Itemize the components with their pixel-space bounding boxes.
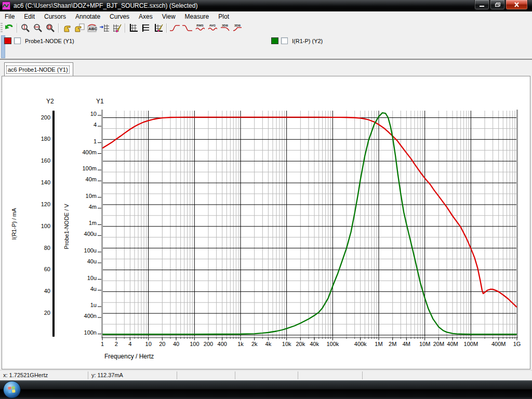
y1-tick-label: 4m [73, 204, 97, 210]
curve-color-swatch-red [4, 37, 11, 44]
annotate-text-icon[interactable]: ABC [86, 22, 98, 34]
y2-axis-header: Y2 [46, 98, 54, 105]
separator-line [0, 59, 532, 60]
y2-tick-label: 80 [26, 245, 50, 251]
y1-tick-label: 10 [73, 111, 97, 117]
toolbar-separator [125, 23, 126, 33]
cursor-y-readout: y: 112.37mA [91, 372, 123, 378]
curve-checkbox-ir1p[interactable] [281, 37, 288, 44]
menu-view[interactable]: View [157, 12, 180, 21]
rise-time-icon[interactable] [169, 22, 181, 34]
edit-annotation-icon[interactable] [111, 22, 123, 34]
x-tick-label: 1G [501, 341, 532, 347]
menu-file[interactable]: File [0, 12, 19, 21]
stack-grids-icon[interactable] [140, 22, 152, 34]
y2-tick-label: 100 [26, 223, 50, 229]
zoom-vertical-icon[interactable] [19, 22, 32, 34]
close-button[interactable] [506, 0, 528, 10]
rms-icon[interactable]: RMS [194, 22, 206, 34]
minimize-button[interactable] [474, 0, 489, 10]
axis-labels-layer: 1241020401002004001k2k4k10k20k40k100k400… [2, 76, 530, 369]
toolbar: ABCRMSAVG3DB3DB [0, 21, 532, 35]
y2-tick-label: 200 [26, 114, 50, 121]
y1-axis-header: Y1 [96, 98, 104, 105]
plot-panel[interactable]: 1241020401002004001k2k4k10k20k40k100k400… [2, 76, 530, 369]
curve-color-swatch-green [271, 37, 278, 44]
menu-cursors[interactable]: Cursors [39, 12, 71, 21]
menu-curves[interactable]: Curves [105, 12, 134, 21]
y1-tick-label: 400m [73, 149, 97, 155]
y1-tick-label: 400n [73, 313, 97, 319]
svg-text:ABC: ABC [88, 26, 97, 31]
y2-tick-label: 20 [26, 310, 50, 316]
zoom-horizontal-icon[interactable] [32, 22, 44, 34]
add-axis-icon[interactable] [98, 22, 111, 34]
3db-high-icon[interactable]: 3DB [231, 22, 244, 34]
y1-tick-label: 4u [73, 286, 97, 292]
toolbar-separator [17, 23, 18, 33]
undo-icon[interactable] [3, 22, 15, 34]
window-controls [474, 0, 528, 10]
title-bar[interactable]: ac6 (C:\Users\Shaan\DOZ+MPF_BJT_SOURCE.s… [0, 0, 532, 11]
y1-tick-label: 400u [73, 231, 97, 237]
window-title: ac6 (C:\Users\Shaan\DOZ+MPF_BJT_SOURCE.s… [14, 2, 197, 9]
curve-legend-row: Probe1-NODE (Y1) I(R1-P) (Y2) [0, 35, 532, 59]
menu-annotate[interactable]: Annotate [71, 12, 105, 21]
y1-tick-label: 40m [73, 176, 97, 182]
y1-axis-title: Probe1-NODE / V [63, 204, 70, 249]
status-bar: x: 1.72521GHertz y: 112.37mA [0, 370, 532, 380]
screen: ac6 (C:\Users\Shaan\DOZ+MPF_BJT_SOURCE.s… [0, 0, 532, 399]
y2-axis-title: I(R1-P) / mA [11, 208, 17, 240]
y2-tick-label: 180 [26, 136, 50, 142]
y2-tick-label: 40 [26, 288, 50, 294]
menu-edit[interactable]: Edit [19, 12, 39, 21]
y1-tick-label: 1 [73, 138, 97, 144]
fall-time-icon[interactable] [181, 22, 194, 34]
restore-button[interactable] [490, 0, 505, 10]
x-axis-title: Frequency / Hertz [104, 353, 154, 360]
curve-label-probe1[interactable]: Probe1-NODE (Y1) [25, 38, 74, 44]
y2-tick-label: 60 [26, 266, 50, 272]
y1-tick-label: 1m [73, 220, 97, 226]
y2-tick-label: 160 [26, 157, 50, 164]
simetrix-app-icon [2, 2, 10, 10]
y1-tick-label: 1u [73, 302, 97, 308]
menu-axes[interactable]: Axes [134, 12, 157, 21]
toolbar-separator [166, 23, 167, 33]
3db-low-icon[interactable]: 3DB [219, 22, 231, 34]
graph-tab-label: ac6 Probe1-NODE (Y1) [7, 66, 69, 73]
x-tick-label: 100M [455, 341, 486, 347]
y1-tick-label: 40u [73, 258, 97, 264]
menu-measure[interactable]: Measure [180, 12, 214, 21]
y1-tick-label: 4 [73, 122, 97, 128]
y1-tick-label: 100m [73, 165, 97, 171]
menu-bar: FileEditCursorsAnnotateCurvesAxesViewMea… [0, 11, 532, 21]
y2-tick-label: 140 [26, 179, 50, 185]
show-grid-icon[interactable] [127, 22, 140, 34]
toolbar-separator [58, 23, 59, 33]
y1-tick-label: 100u [73, 247, 97, 254]
menu-plot[interactable]: Plot [214, 12, 234, 21]
windows-taskbar: e 321 SIMetrix 99 8 ♯ 19:06 [0, 380, 532, 399]
windows-flag-icon [8, 386, 16, 393]
point-select-all-icon[interactable] [73, 22, 86, 34]
avg-icon[interactable]: AVG [206, 22, 219, 34]
start-button[interactable] [3, 381, 21, 398]
edit-grid-icon[interactable] [152, 22, 165, 34]
curve-label-ir1p[interactable]: I(R1-P) (Y2) [292, 38, 323, 44]
y1-tick-label: 100n [73, 329, 97, 336]
curve-checkbox-probe1[interactable] [14, 37, 21, 44]
y1-tick-label: 10u [73, 275, 97, 281]
zoom-rect-icon[interactable] [44, 22, 57, 34]
cursor-x-readout: x: 1.72521GHertz [3, 372, 48, 378]
y1-tick-label: 10m [73, 193, 97, 199]
y2-tick-label: 120 [26, 201, 50, 207]
graph-tab[interactable]: ac6 Probe1-NODE (Y1) [4, 62, 73, 76]
point-select-icon[interactable] [61, 22, 73, 34]
x-tick-label: 100k [317, 341, 348, 347]
